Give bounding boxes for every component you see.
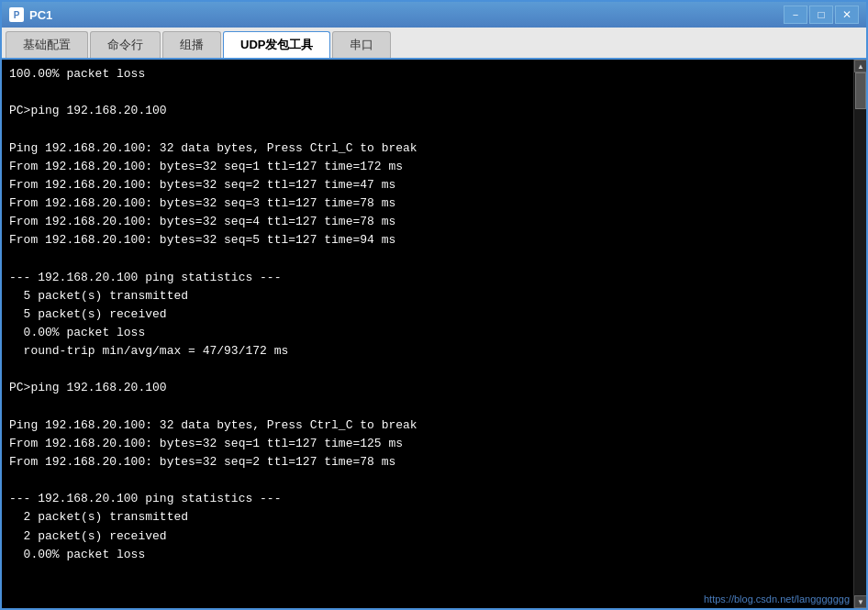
main-window: P PC1 － □ ✕ 基础配置 命令行 组播 UDP发包工具 串口 100.0…: [0, 0, 868, 610]
tab-serial[interactable]: 串口: [332, 31, 391, 58]
watermark: https://blog.csdn.net/langgggggg: [704, 593, 850, 604]
title-controls: － □ ✕: [784, 6, 859, 24]
scrollbar-thumb[interactable]: [855, 72, 866, 109]
window-icon: P: [9, 7, 24, 22]
minimize-button[interactable]: －: [784, 6, 807, 24]
scroll-down-button[interactable]: ▼: [854, 595, 866, 608]
title-bar: P PC1 － □ ✕: [2, 2, 866, 28]
title-bar-left: P PC1: [9, 7, 52, 22]
tab-command-line[interactable]: 命令行: [90, 31, 161, 58]
scroll-up-button[interactable]: ▲: [854, 60, 866, 72]
tab-multicast[interactable]: 组播: [162, 31, 221, 58]
terminal-output[interactable]: 100.00% packet loss PC>ping 192.168.20.1…: [2, 60, 853, 608]
close-button[interactable]: ✕: [835, 6, 859, 24]
window-title: PC1: [29, 8, 52, 22]
scrollbar[interactable]: ▲ ▼: [853, 60, 866, 608]
tab-bar: 基础配置 命令行 组播 UDP发包工具 串口: [2, 28, 866, 60]
maximize-button[interactable]: □: [809, 6, 833, 24]
tab-udp-tool[interactable]: UDP发包工具: [223, 31, 330, 58]
terminal-container: 100.00% packet loss PC>ping 192.168.20.1…: [2, 60, 866, 608]
tab-basic-config[interactable]: 基础配置: [6, 31, 88, 58]
scrollbar-track[interactable]: [854, 72, 866, 595]
